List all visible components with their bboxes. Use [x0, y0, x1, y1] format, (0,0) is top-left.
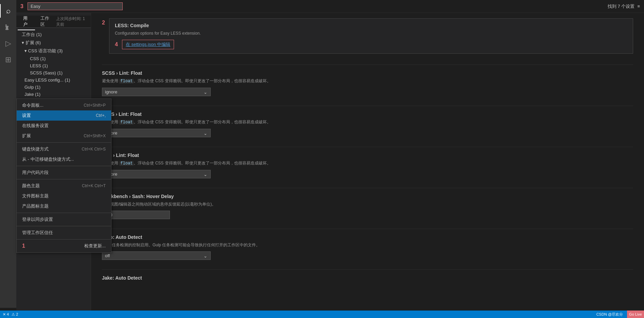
- menu-item-command-palette[interactable]: 命令面板... Ctrl+Shift+P: [17, 100, 111, 110]
- workbench-sash-desc: 控制视图/编辑器之间拖动区域的悬停反馈延迟(以毫秒为单位)。: [102, 201, 633, 207]
- setting-workbench-sash-hover: Workbench › Sash: Hover Delay 控制视图/编辑器之间…: [102, 188, 633, 219]
- result-count: 找到 7 个设置: [608, 3, 634, 10]
- scss-lint-float-select-wrapper: ignore warning error: [102, 88, 211, 96]
- gulp-auto-detect-select-wrapper: off on: [102, 251, 211, 260]
- search-bar-row: 3 找到 7 个设置 ≡: [16, 0, 644, 13]
- less-compile-desc: Configuration options for Easy LESS exte…: [115, 30, 627, 36]
- detail-panel: 2 LESS: Compile Configuration options fo…: [91, 13, 644, 318]
- tree-item-workbench[interactable]: 工作台 (1): [16, 31, 91, 39]
- less-lint-float-desc: 避免使用 float。浮动会使 CSS 变得脆弱。即使只更改了一部分布局，也很容…: [102, 119, 633, 125]
- settings-menu: 命令面板... Ctrl+Shift+P 设置 Ctrl+, 在线服务设置 扩展…: [16, 99, 111, 253]
- status-csdn: CSDN @尽欢分: [596, 312, 623, 317]
- source-control-icon[interactable]: [0, 19, 16, 35]
- error-icon: ✕: [3, 312, 6, 317]
- menu-separator-5: [17, 226, 111, 226]
- tab-user[interactable]: 用户: [18, 13, 35, 30]
- filter-icon: ≡: [637, 4, 640, 9]
- menu-item-check-updates[interactable]: 1 检查更新...: [17, 241, 111, 251]
- jake-auto-detect-title: Jake: Auto Detect: [102, 275, 633, 281]
- edit-json-row: 4 在 settings.json 中编辑: [115, 40, 627, 49]
- run-icon[interactable]: ▷: [0, 35, 16, 52]
- search-input[interactable]: [28, 2, 123, 10]
- css-lint-float-select-wrapper: ignore warning error: [102, 170, 211, 178]
- menu-separator-3: [17, 179, 111, 179]
- sync-info: 上次同步时间: 1 天前: [56, 16, 89, 28]
- tree-item-css[interactable]: CSS (1): [16, 55, 91, 62]
- gulp-auto-detect-desc: Gulp 任务检测的控制启用。Gulp 任务检测可能会导致执行任何打开的工作区中…: [102, 242, 633, 248]
- error-count: 4: [7, 312, 9, 316]
- menu-separator-2: [17, 166, 111, 166]
- setting-jake-auto-detect: Jake: Auto Detect: [102, 269, 633, 281]
- warning-icon: ⚠: [12, 312, 15, 317]
- menu-item-extensions[interactable]: 扩展 Ctrl+Shift+X: [17, 131, 111, 141]
- tree-item-jake[interactable]: Jake (1): [16, 91, 91, 98]
- tabs-row: 用户 工作区 上次同步时间: 1 天前: [16, 16, 91, 28]
- activity-bar: ⌕ ▷ ⊞: [0, 0, 16, 308]
- menu-item-workspace-trust[interactable]: 管理工作区信任: [17, 228, 111, 238]
- menu-separator-1: [17, 142, 111, 143]
- workbench-sash-input[interactable]: [102, 211, 170, 219]
- tree-item-scss[interactable]: SCSS (Sass) (1): [16, 69, 91, 76]
- step4-marker: 4: [115, 41, 118, 48]
- tree-item-easy-less[interactable]: Easy LESS config... (1): [16, 76, 91, 84]
- css-lint-float-title: CSS › Lint: Float: [102, 153, 633, 158]
- menu-separator-6: [17, 239, 111, 240]
- step3-marker: 3: [20, 3, 23, 10]
- tab-workspace[interactable]: 工作区: [35, 13, 56, 30]
- search-result-info: 找到 7 个设置 ≡: [608, 3, 640, 10]
- extensions-icon[interactable]: ⊞: [0, 52, 16, 68]
- search-icon[interactable]: ⌕: [0, 3, 16, 19]
- warning-count: 2: [16, 312, 18, 316]
- step1-label: 1: [22, 243, 25, 249]
- menu-item-product-icon-theme[interactable]: 产品图标主题: [17, 201, 111, 211]
- step2-marker: 2: [102, 20, 105, 26]
- menu-item-sync-settings[interactable]: 登录以同步设置: [17, 214, 111, 225]
- gulp-auto-detect-title: Gulp: Auto Detect: [102, 234, 633, 240]
- css-lint-float-select[interactable]: ignore warning error: [102, 170, 211, 178]
- scss-lint-float-title: SCSS › Lint: Float: [102, 70, 633, 76]
- scss-lint-float-select[interactable]: ignore warning error: [102, 88, 211, 96]
- workbench-sash-title: Workbench › Sash: Hover Delay: [102, 194, 633, 199]
- menu-item-settings[interactable]: 设置 Ctrl+,: [17, 110, 111, 121]
- menu-item-migrate-shortcuts[interactable]: 从 - 中迁移键盘快捷方式...: [17, 154, 111, 164]
- edit-json-button[interactable]: 在 settings.json 中编辑: [122, 40, 174, 49]
- status-go-live[interactable]: Go Live: [627, 311, 644, 318]
- status-bar: ✕ 4 ⚠ 2 CSDN @尽欢分 Go Live: [0, 311, 644, 318]
- status-right: CSDN @尽欢分 Go Live: [596, 311, 641, 318]
- css-lint-float-desc: 避免使用 float。浮动会使 CSS 变得脆弱。即使只更改了一部分布局，也很容…: [102, 160, 633, 166]
- less-compile-block: LESS: Compile Configuration options for …: [109, 18, 633, 54]
- less-lint-float-select[interactable]: ignore warning error: [102, 129, 211, 137]
- tree-item-css-features[interactable]: ▾ CSS 语言功能 (3): [16, 47, 91, 55]
- menu-separator-4: [17, 213, 111, 213]
- status-errors[interactable]: ✕ 4: [3, 312, 9, 317]
- tabs-left: 用户 工作区: [18, 13, 56, 30]
- menu-item-keyboard-shortcuts[interactable]: 键盘快捷方式 Ctrl+K Ctrl+S: [17, 144, 111, 154]
- less-lint-float-select-wrapper: ignore warning error: [102, 129, 211, 137]
- menu-item-snippets[interactable]: 用户代码片段: [17, 167, 111, 178]
- setting-scss-lint-float: SCSS › Lint: Float 避免使用 float。浮动会使 CSS 变…: [102, 65, 633, 96]
- setting-css-lint-float: CSS › Lint: Float 避免使用 float。浮动会使 CSS 变得…: [102, 147, 633, 178]
- menu-item-file-icon-theme[interactable]: 文件图标主题: [17, 191, 111, 201]
- tree-item-less[interactable]: LESS (1): [16, 62, 91, 69]
- status-warnings[interactable]: ⚠ 2: [12, 312, 18, 317]
- less-lint-float-title: LESS › Lint: Float: [102, 111, 633, 117]
- menu-item-color-theme[interactable]: 颜色主题 Ctrl+K Ctrl+T: [17, 181, 111, 191]
- less-compile-title: LESS: Compile: [115, 23, 627, 28]
- scss-lint-float-desc: 避免使用 float。浮动会使 CSS 变得脆弱。即使只更改了一部分布局，也很容…: [102, 78, 633, 84]
- setting-less-lint-float: LESS › Lint: Float 避免使用 float。浮动会使 CSS 变…: [102, 106, 633, 137]
- status-left: ✕ 4 ⚠ 2: [3, 312, 18, 317]
- setting-gulp-auto-detect: Gulp: Auto Detect Gulp 任务检测的控制启用。Gulp 任务…: [102, 229, 633, 260]
- menu-item-online-services[interactable]: 在线服务设置: [17, 121, 111, 131]
- gulp-auto-detect-select[interactable]: off on: [102, 251, 211, 260]
- step2-area: 2 LESS: Compile Configuration options fo…: [102, 18, 633, 59]
- tree-item-extensions[interactable]: ▾ 扩展 (6): [16, 39, 91, 47]
- tree-item-gulp[interactable]: Gulp (1): [16, 84, 91, 91]
